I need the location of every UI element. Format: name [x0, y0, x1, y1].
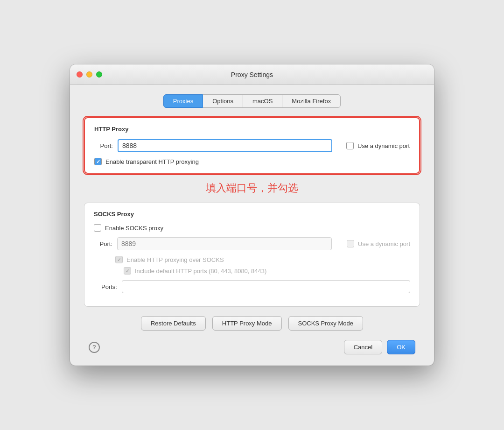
- http-over-socks-label: Enable HTTP proxying over SOCKS: [126, 256, 224, 263]
- annotation-text: 填入端口号，并勾选: [84, 181, 420, 195]
- footer: ? Cancel OK: [84, 340, 420, 354]
- enable-socks-checkbox[interactable]: [94, 224, 101, 232]
- cancel-button[interactable]: Cancel: [344, 340, 382, 354]
- transparent-proxy-label: Enable transparent HTTP proxying: [105, 158, 199, 165]
- socks-ports-input[interactable]: [122, 280, 410, 293]
- enable-socks-row: Enable SOCKS proxy: [94, 224, 410, 232]
- socks-port-label: Port:: [94, 240, 112, 247]
- footer-actions: Cancel OK: [344, 340, 415, 354]
- traffic-lights: [77, 71, 102, 78]
- dynamic-port-label: Use a dynamic port: [357, 142, 410, 149]
- socks-port-input[interactable]: [117, 237, 332, 250]
- dynamic-port-row: Use a dynamic port: [346, 142, 410, 149]
- tab-bar: Proxies Options macOS Mozilla Firefox: [84, 94, 420, 108]
- port-label: Port:: [94, 142, 113, 149]
- content-area: Proxies Options macOS Mozilla Firefox HT…: [70, 85, 434, 366]
- socks-port-row: Port: Use a dynamic port: [94, 237, 410, 250]
- socks-dynamic-port-label: Use a dynamic port: [358, 240, 410, 247]
- action-buttons: Restore Defaults HTTP Proxy Mode SOCKS P…: [84, 316, 420, 331]
- maximize-button[interactable]: [96, 71, 102, 78]
- tab-mozilla-firefox[interactable]: Mozilla Firefox: [282, 94, 341, 108]
- enable-socks-label: Enable SOCKS proxy: [105, 225, 163, 232]
- default-ports-checkbox: ✓: [124, 267, 131, 275]
- dynamic-port-checkbox[interactable]: [346, 142, 354, 149]
- http-proxy-label: HTTP Proxy: [94, 126, 410, 133]
- tab-macos[interactable]: macOS: [243, 94, 282, 108]
- default-ports-label: Include default HTTP ports (80, 443, 808…: [135, 268, 266, 275]
- transparent-proxy-row: Enable transparent HTTP proxying: [94, 158, 410, 165]
- close-button[interactable]: [77, 71, 83, 78]
- socks-dynamic-port-row: Use a dynamic port: [347, 240, 410, 247]
- socks-ports-row: Ports:: [94, 280, 410, 293]
- transparent-proxy-checkbox[interactable]: [94, 158, 102, 165]
- titlebar: Proxy Settings: [70, 64, 434, 85]
- tab-proxies[interactable]: Proxies: [163, 94, 203, 108]
- http-proxy-section: HTTP Proxy Port: Use a dynamic port Enab…: [84, 117, 420, 174]
- help-button[interactable]: ?: [89, 342, 100, 353]
- restore-defaults-button[interactable]: Restore Defaults: [141, 316, 206, 331]
- http-over-socks-checkbox: ✓: [115, 256, 123, 263]
- http-over-socks-row: ✓ Enable HTTP proxying over SOCKS: [94, 256, 410, 263]
- http-port-input[interactable]: [118, 139, 332, 152]
- proxy-settings-window: Proxy Settings Proxies Options macOS Moz…: [70, 64, 434, 366]
- tab-options[interactable]: Options: [203, 94, 243, 108]
- socks-dynamic-port-checkbox: [347, 240, 354, 247]
- default-ports-row: ✓ Include default HTTP ports (80, 443, 8…: [94, 267, 410, 275]
- minimize-button[interactable]: [86, 71, 92, 78]
- http-proxy-mode-button[interactable]: HTTP Proxy Mode: [212, 316, 282, 331]
- socks-proxy-mode-button[interactable]: SOCKS Proxy Mode: [288, 316, 364, 331]
- socks-proxy-section: SOCKS Proxy Enable SOCKS proxy Port: Use…: [84, 203, 420, 307]
- http-port-row: Port: Use a dynamic port: [94, 139, 410, 152]
- window-title: Proxy Settings: [231, 71, 273, 78]
- socks-proxy-label: SOCKS Proxy: [94, 211, 410, 218]
- socks-ports-label: Ports:: [94, 283, 117, 290]
- ok-button[interactable]: OK: [387, 340, 415, 354]
